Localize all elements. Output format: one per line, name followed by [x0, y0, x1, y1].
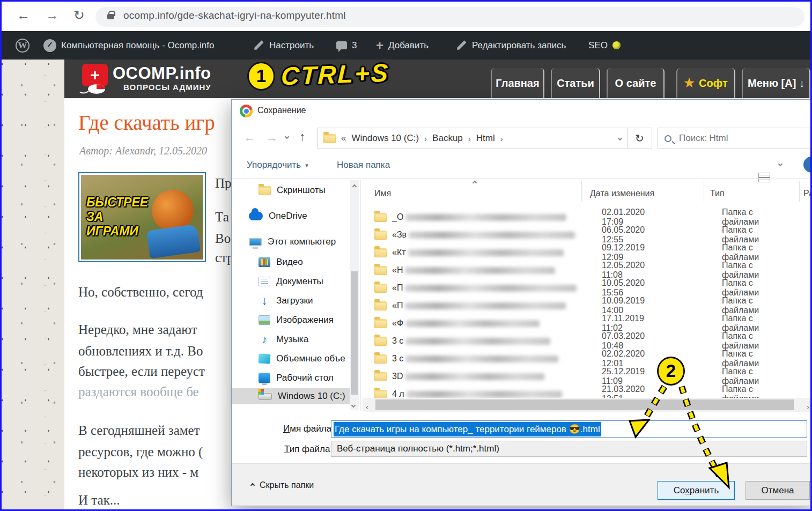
column-header-size[interactable]: Раз: [803, 189, 812, 198]
url-text[interactable]: ocomp.info/gde-skachat-igryi-na-kompyute…: [123, 10, 346, 21]
sidebar-item-documents[interactable]: Документы: [259, 273, 323, 290]
sidebar-item-3d-objects[interactable]: Объемные объе: [259, 351, 345, 367]
sidebar-scrollbar[interactable]: [350, 180, 359, 410]
column-separator[interactable]: [581, 181, 582, 202]
article-link-text[interactable]: раздаются вообще бе: [78, 384, 199, 399]
scroll-left-icon[interactable]: ‹: [366, 402, 368, 411]
redacted-name: [405, 267, 555, 274]
file-date: 06.05.2020 12:55: [602, 225, 645, 245]
folder-icon: [374, 354, 387, 364]
folder-icon: [374, 213, 387, 222]
thumb-caption-line: БЫСТРЕЕ: [81, 195, 203, 210]
column-header-date[interactable]: Дата изменения: [590, 189, 654, 198]
file-row[interactable]: «Н 12.05.2020 11:08 Папка с файлами: [374, 262, 555, 278]
sidebar-item-pictures[interactable]: Изображения: [259, 312, 334, 328]
file-row[interactable]: «Кт 09.12.2019 12:09 Папка с файлами: [374, 245, 564, 261]
column-separator[interactable]: [704, 181, 704, 202]
nav-tab-home[interactable]: Главная: [491, 68, 544, 98]
browser-back-icon[interactable]: ←: [17, 9, 30, 22]
save-button[interactable]: Сохранить: [658, 481, 735, 500]
file-name-prefix: «П: [392, 283, 403, 293]
view-details-icon[interactable]: [758, 173, 770, 182]
address-dropdown-chevron-icon[interactable]: [618, 136, 622, 140]
nav-tab-soft[interactable]: ★ Софт: [676, 68, 735, 98]
file-name-prefix: «Ф: [392, 319, 403, 328]
file-row[interactable]: 3 с 02.02.2020 12:01 Папка с файлами: [374, 351, 558, 367]
lock-icon: [107, 14, 114, 19]
column-separator[interactable]: [799, 181, 800, 202]
dialog-address-bar[interactable]: « Windows 10 (C:) › Backup › Html ›: [318, 128, 628, 149]
browser-refresh-icon[interactable]: ↻: [73, 9, 85, 22]
sidebar-item-music[interactable]: ♪ Музыка: [259, 331, 308, 347]
hide-folders-button[interactable]: Скрыть папки: [251, 480, 314, 490]
add-new-label: Добавить: [388, 40, 429, 51]
file-name-prefix: _О: [392, 212, 403, 222]
3d-cube-icon: [259, 353, 271, 364]
file-type: Папка с файлами: [722, 278, 759, 298]
breadcrumb-collapse[interactable]: «: [341, 133, 346, 144]
file-row[interactable]: «Ф 17.11.2019 11:02 Папка с файлами: [374, 315, 540, 331]
edit-post-menu[interactable]: Редактировать запись: [455, 31, 566, 60]
dialog-history-chevron-icon[interactable]: [285, 135, 289, 139]
organize-label: Упорядочить: [247, 160, 301, 171]
dialog-search-input[interactable]: Поиск: Html: [658, 128, 812, 149]
breadcrumb-backup[interactable]: Backup: [432, 133, 463, 144]
scroll-right-icon[interactable]: ›: [807, 402, 809, 411]
file-row[interactable]: «П 10.09.2019 14:00 Папка с файлами: [374, 298, 566, 314]
sidebar-item-this-pc[interactable]: Этот компьютер: [249, 234, 336, 250]
sidebar-item-desktop[interactable]: Рабочий стол: [259, 370, 334, 386]
sidebar-label: Загрузки: [276, 295, 313, 306]
dialog-forward-icon[interactable]: →: [266, 131, 278, 145]
filetype-select[interactable]: Веб-страница полностью (*.htm;*.html): [331, 441, 807, 457]
sidebar-item-screenshots[interactable]: Скриншоты: [259, 182, 326, 198]
file-name-prefix: «П: [392, 301, 403, 310]
dialog-refresh-button[interactable]: ↻: [628, 128, 652, 149]
nav-tab-about[interactable]: О сайте: [607, 68, 665, 98]
filename-selected-text: Где скачать игры на компьютер_ территори…: [334, 422, 601, 436]
organize-button[interactable]: Упорядочить ▾: [247, 160, 308, 171]
comments-menu[interactable]: 3: [336, 31, 357, 60]
wp-logo-menu[interactable]: W: [16, 31, 29, 60]
sidebar-item-windows-drive[interactable]: Windows 10 (C:): [232, 388, 350, 404]
seo-menu[interactable]: SEO: [588, 31, 621, 60]
file-row[interactable]: «П 10.05.2020 15:56 Папка с файлами: [374, 280, 577, 296]
filename-label: Имя файла:: [283, 424, 334, 434]
dialog-back-icon[interactable]: ←: [243, 131, 255, 145]
file-type: Папка с файлами: [722, 349, 759, 368]
column-header-name[interactable]: Имя: [374, 189, 391, 198]
new-content-menu[interactable]: + Добавить: [376, 31, 429, 60]
breadcrumb-drive[interactable]: Windows 10 (C:): [351, 133, 419, 144]
cancel-button[interactable]: Отмена: [745, 481, 810, 500]
customize-menu[interactable]: Настроить: [253, 31, 314, 60]
sidebar-item-video[interactable]: Видео: [259, 254, 303, 270]
filename-input[interactable]: Где скачать игры на компьютер_ территори…: [331, 420, 807, 438]
sidebar-item-onedrive[interactable]: OneDrive: [249, 208, 307, 224]
file-date: 10.05.2020 15:56: [602, 278, 645, 298]
column-header-type[interactable]: Тип: [710, 189, 725, 198]
file-row[interactable]: 3 с 07.03.2020 10:48 Папка с файлами: [374, 333, 550, 349]
chevron-up-icon: [250, 483, 255, 487]
sort-ascending-icon[interactable]: [473, 181, 477, 185]
article-thumbnail[interactable]: БЫСТРЕЕ ЗА ИГРАМИ: [78, 172, 206, 262]
sidebar-item-downloads[interactable]: ↓ Загрузки: [259, 293, 313, 309]
help-icon[interactable]: [803, 157, 812, 173]
breadcrumb-html[interactable]: Html: [476, 133, 495, 144]
article-text-fragment: Та: [215, 210, 229, 225]
file-name-prefix: 3 с: [392, 336, 403, 346]
scrollbar-thumb[interactable]: [375, 399, 794, 410]
nav-label: Статьи: [557, 77, 594, 90]
file-row[interactable]: 3D 25.12.2019 11:09 Папка с файлами: [374, 368, 544, 384]
new-folder-button[interactable]: Новая папка: [337, 160, 390, 171]
file-type: Папка с файлами: [722, 314, 759, 333]
horizontal-scrollbar[interactable]: ‹ ›: [363, 398, 811, 412]
dialog-up-icon[interactable]: ↑: [299, 130, 305, 144]
file-row[interactable]: «Зв 06.05.2020 12:55 Папка с файлами: [374, 227, 575, 243]
view-dropdown-chevron-icon[interactable]: [778, 162, 783, 166]
file-row[interactable]: _О 02.01.2020 17:09 Папка с файлами: [374, 209, 566, 225]
nav-tab-articles[interactable]: Статьи: [551, 68, 600, 98]
seo-status-dot-icon: [612, 41, 621, 49]
nav-tab-menu[interactable]: Меню [А] ↓: [742, 68, 810, 98]
site-logo-title[interactable]: OCOMP.info: [113, 64, 211, 83]
browser-forward-icon[interactable]: →: [46, 9, 59, 22]
site-menu[interactable]: Компьютерная помощь - Ocomp.info: [43, 31, 214, 60]
